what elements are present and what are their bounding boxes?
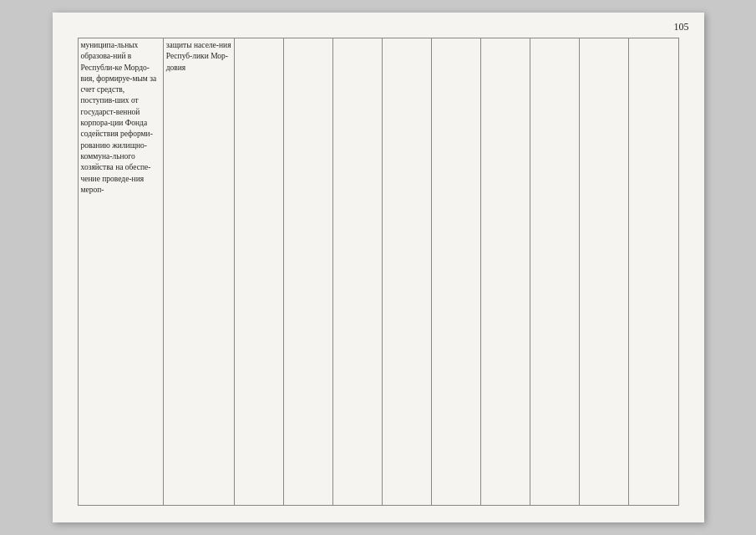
cell-empty-6 [481, 38, 530, 506]
cell-empty-5 [432, 38, 481, 506]
table-row: муниципа-льных образова-ний в Республи-к… [78, 38, 678, 506]
cell-col2-text: защиты населе-ния Респуб-лики Мор-довия [163, 38, 234, 506]
cell-empty-1 [234, 38, 283, 506]
main-table: муниципа-льных образова-ний в Республи-к… [78, 38, 679, 506]
page-number: 105 [674, 21, 689, 33]
cell-empty-7 [530, 38, 580, 506]
table-container: муниципа-льных образова-ний в Республи-к… [78, 38, 679, 506]
cell-empty-9 [629, 38, 678, 506]
cell-col1-text: муниципа-льных образова-ний в Республи-к… [78, 38, 163, 506]
cell-empty-8 [580, 38, 629, 506]
cell-empty-3 [333, 38, 383, 506]
cell-empty-4 [383, 38, 432, 506]
page: 105 муниципа-льных образова-ний в Респуб… [53, 13, 704, 522]
cell-empty-2 [283, 38, 332, 506]
